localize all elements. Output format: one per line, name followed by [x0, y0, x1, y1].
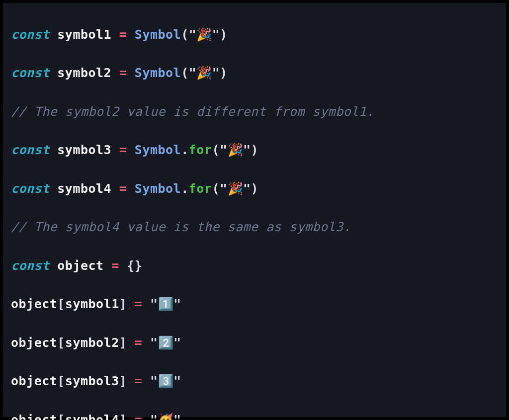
code-line: object[symbol1] = "1️⃣" — [11, 295, 498, 314]
emoji-party-popper: 🎉 — [228, 143, 244, 157]
emoji-keycap-1: 1️⃣ — [158, 297, 174, 311]
emoji-partying-face: 🥳 — [158, 413, 174, 420]
identifier: symbol1 — [57, 27, 111, 42]
code-editor: const symbol1 = Symbol("🎉") const symbol… — [3, 3, 506, 417]
emoji-keycap-3: 3️⃣ — [158, 374, 174, 388]
comment: // The symbol2 value is different from s… — [11, 102, 498, 122]
emoji-party-popper: 🎉 — [196, 66, 212, 80]
emoji-party-popper: 🎉 — [196, 27, 212, 42]
code-line: const symbol4 = Symbol.for("🎉") — [11, 179, 498, 199]
code-line: object[symbol4] = "🥳" — [11, 411, 498, 420]
code-line: const symbol1 = Symbol("🎉") — [11, 25, 498, 45]
code-line: object[symbol3] = "3️⃣" — [11, 372, 498, 391]
method-for: for — [189, 143, 212, 157]
emoji-keycap-2: 2️⃣ — [158, 336, 174, 350]
code-line: const symbol2 = Symbol("🎉") — [11, 64, 498, 83]
operator-assign: = — [119, 27, 127, 42]
comment: // The symbol4 value is the same as symb… — [11, 218, 498, 237]
emoji-party-popper: 🎉 — [228, 181, 244, 196]
class-symbol: Symbol — [135, 27, 181, 42]
keyword-const: const — [11, 27, 57, 42]
code-line: const object = {} — [11, 256, 498, 276]
code-line: object[symbol2] = "2️⃣" — [11, 334, 498, 353]
code-line: const symbol3 = Symbol.for("🎉") — [11, 141, 498, 160]
